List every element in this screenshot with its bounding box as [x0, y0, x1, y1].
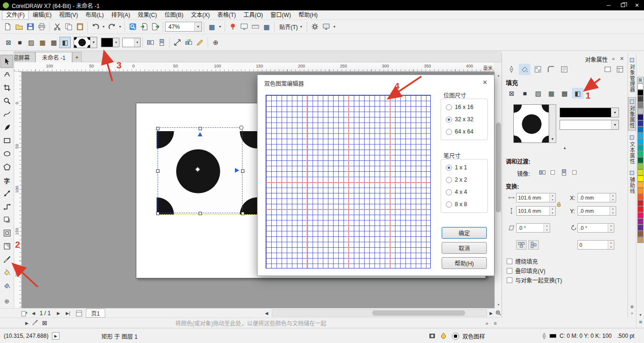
- proof-settings-icon[interactable]: [428, 328, 436, 343]
- horizontal-scroll-thumb[interactable]: [372, 310, 465, 316]
- mirror-vertical-button[interactable]: [156, 37, 167, 48]
- vertical-scrollbar[interactable]: ▴ ▾: [494, 72, 502, 308]
- pattern-right-arrow-handle[interactable]: [235, 168, 239, 173]
- docker-flyout-icon[interactable]: »: [610, 55, 617, 62]
- shape-tool[interactable]: [0, 68, 13, 81]
- no-fill-button[interactable]: ⊠: [3, 37, 14, 48]
- crop-tool[interactable]: [0, 81, 13, 94]
- palette-flyout-icon[interactable]: ▶: [23, 319, 31, 327]
- vector-pattern-fill-button[interactable]: ▦: [545, 88, 557, 99]
- options-button[interactable]: [309, 21, 320, 33]
- artistic-media-tool[interactable]: [0, 121, 13, 134]
- previous-page-button[interactable]: ◀: [29, 309, 38, 318]
- spinner[interactable]: ▴▾: [544, 224, 550, 232]
- selection-handle[interactable]: [156, 212, 159, 215]
- color-swatch[interactable]: [637, 225, 644, 231]
- zoom-tool[interactable]: [0, 94, 13, 108]
- spinner[interactable]: ▴▾: [610, 193, 616, 202]
- bitmap-size-option[interactable]: 32 x 32: [441, 113, 487, 125]
- undo-dropdown[interactable]: ▾: [101, 21, 106, 33]
- color-swatch[interactable]: [637, 218, 644, 225]
- scrollbar-splitter-button[interactable]: ◀: [262, 309, 271, 318]
- mirror-horizontal-button[interactable]: [145, 37, 156, 48]
- uniform-fill-button[interactable]: ■: [14, 37, 25, 48]
- docker-close-icon[interactable]: ✕: [618, 55, 626, 62]
- close-button[interactable]: ✕: [630, 0, 644, 10]
- snap-to-button[interactable]: 贴齐(T) ▾: [276, 22, 305, 32]
- copy-button[interactable]: [63, 21, 74, 33]
- pattern-editor-grid[interactable]: [266, 95, 431, 268]
- color-swatch[interactable]: [637, 194, 644, 200]
- tab-document[interactable]: 未命名 -1: [35, 52, 72, 62]
- new-document-tab[interactable]: +: [72, 52, 82, 62]
- print-button[interactable]: [36, 21, 47, 33]
- interactive-fill-tool[interactable]: [0, 266, 13, 279]
- color-swatch[interactable]: [637, 206, 644, 212]
- scroll-up-icon[interactable]: ▴: [495, 72, 502, 79]
- color-swatch[interactable]: [637, 188, 644, 194]
- add-page-button[interactable]: [20, 309, 28, 318]
- color-swatch[interactable]: [637, 176, 644, 182]
- transparency-tool[interactable]: [0, 240, 13, 253]
- color-swatch[interactable]: [637, 169, 644, 176]
- vector-pattern-fill-button[interactable]: ▦: [37, 37, 48, 48]
- fountain-fill-button[interactable]: ▨: [532, 88, 544, 99]
- color-settings-icon[interactable]: [440, 328, 447, 343]
- application-launcher-button[interactable]: ▦: [206, 21, 217, 33]
- pen-size-option[interactable]: 2 x 2: [441, 174, 487, 186]
- selection-handle[interactable]: [156, 169, 159, 173]
- docker-chevron-icon[interactable]: »: [628, 311, 636, 316]
- menu-item[interactable]: 帮助(H): [295, 11, 322, 19]
- tab-outline[interactable]: [506, 64, 517, 75]
- welcome-screen-button[interactable]: [227, 21, 238, 33]
- x-offset-field[interactable]: .0 mm ▴▾: [577, 193, 616, 202]
- menu-item[interactable]: 工具(O): [240, 11, 267, 19]
- row-col-offset-field[interactable]: 0 ▴▾: [577, 240, 614, 250]
- status-flyout-button[interactable]: ▶: [52, 328, 59, 343]
- spinner[interactable]: ▴▾: [549, 207, 555, 215]
- connector-tool[interactable]: [0, 200, 13, 213]
- rotation-field[interactable]: .0 ° ▴▾: [577, 223, 614, 233]
- scroll-mode-button[interactable]: [614, 64, 626, 75]
- quick-customize-button[interactable]: ⊕: [210, 37, 221, 48]
- chevron-down-icon[interactable]: ▾: [611, 108, 619, 117]
- docker-side-tab[interactable]: 文本属性: [628, 134, 636, 166]
- docker-side-tab[interactable]: 对象属性: [628, 97, 636, 131]
- menu-item[interactable]: 表格(T): [214, 11, 240, 19]
- search-content-button[interactable]: [127, 21, 138, 33]
- tab-summary[interactable]: [559, 64, 570, 75]
- window-layout-button[interactable]: [320, 21, 332, 33]
- selection-handle[interactable]: [199, 127, 202, 130]
- mirror-vertical-checkbox[interactable]: [572, 170, 577, 175]
- docker-plus-icon[interactable]: ⊕: [628, 304, 636, 309]
- chevron-down-icon[interactable]: ▾: [194, 22, 201, 31]
- menu-item[interactable]: 视图(V): [55, 11, 82, 19]
- ok-button[interactable]: 确定: [442, 227, 487, 239]
- redo-dropdown[interactable]: ▾: [117, 21, 123, 33]
- pen-size-option[interactable]: 8 x 8: [441, 198, 487, 210]
- cancel-button[interactable]: 取消: [442, 242, 487, 254]
- paste-button[interactable]: [74, 21, 85, 33]
- pen-size-option[interactable]: 4 x 4: [441, 186, 487, 198]
- back-color-combo[interactable]: ▾: [560, 120, 619, 130]
- selection-handle[interactable]: [199, 212, 202, 215]
- menu-item[interactable]: 布局(L): [82, 11, 108, 19]
- undo-button[interactable]: [90, 21, 101, 33]
- no-color-swatch[interactable]: ⊠: [42, 320, 47, 326]
- palette-scroll-down-icon[interactable]: ▾: [637, 312, 644, 318]
- pattern-up-arrow-handle[interactable]: [198, 132, 202, 136]
- pattern-preview[interactable]: [513, 104, 549, 143]
- redo-button[interactable]: [106, 21, 117, 33]
- dialog-close-button[interactable]: ✕: [481, 78, 489, 86]
- pen-size-option[interactable]: 1 x 1: [441, 161, 487, 174]
- drop-shadow-tool[interactable]: [0, 213, 13, 226]
- palette-overflow-icon[interactable]: »: [485, 320, 488, 326]
- row-offset-button[interactable]: [516, 240, 527, 250]
- spinner[interactable]: ▴▾: [610, 207, 616, 215]
- save-button[interactable]: [25, 21, 36, 33]
- zoom-level-combo[interactable]: 47% ▾: [165, 22, 202, 32]
- color-swatch[interactable]: [637, 237, 644, 243]
- bitmap-size-option[interactable]: 16 x 16: [441, 101, 487, 113]
- show-rulers-button[interactable]: [250, 21, 261, 33]
- pattern-picker-dropdown[interactable]: ▾: [90, 37, 97, 48]
